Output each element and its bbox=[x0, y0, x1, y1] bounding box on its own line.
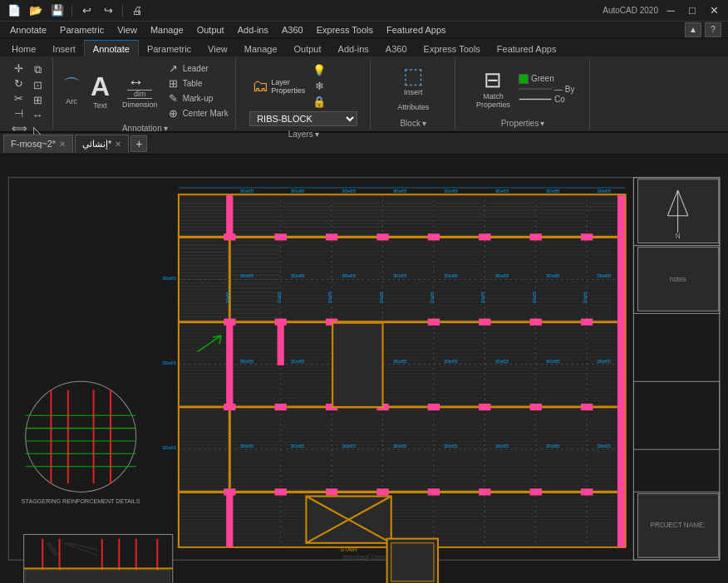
tab-view[interactable]: View bbox=[199, 40, 236, 56]
undo-button[interactable]: ↩ bbox=[77, 2, 96, 20]
text-btn[interactable]: A Text bbox=[86, 70, 115, 113]
annotation-extra: ↗Leader ⊞Table ✎Mark-up ⊕Center Mark bbox=[165, 61, 230, 120]
rotate-btn[interactable]: ↻ bbox=[10, 76, 27, 91]
tab-addins[interactable]: Add-ins bbox=[330, 40, 377, 56]
svg-rect-226 bbox=[387, 539, 438, 583]
menu-view[interactable]: View bbox=[111, 22, 144, 38]
block-label[interactable]: Block ▾ bbox=[400, 117, 425, 128]
svg-rect-163 bbox=[384, 323, 434, 407]
drawing-svg: N notes PROJECT NAME: bbox=[0, 154, 728, 583]
annotation-buttons: ⌒ Arc A Text ↔dim Dimension ↗Leader ⊞Tab… bbox=[60, 60, 230, 122]
array-btn[interactable]: ⊞ bbox=[29, 93, 46, 107]
tab-parametric[interactable]: Parametric bbox=[139, 40, 199, 56]
svg-rect-147 bbox=[435, 195, 485, 237]
svg-point-274 bbox=[26, 381, 136, 492]
save-button[interactable]: 💾 bbox=[48, 2, 66, 20]
svg-rect-170 bbox=[282, 408, 332, 492]
doc-tab-inshai-close[interactable]: ✕ bbox=[115, 140, 121, 149]
menu-manage[interactable]: Manage bbox=[144, 22, 190, 38]
tab-home[interactable]: Home bbox=[3, 40, 44, 56]
open-button[interactable]: 📂 bbox=[27, 2, 45, 20]
leader-btn[interactable]: ↗Leader bbox=[165, 61, 230, 76]
svg-rect-165 bbox=[485, 323, 535, 407]
arc-btn[interactable]: ⌒ Arc bbox=[60, 76, 83, 107]
close-button[interactable]: ✕ bbox=[705, 2, 723, 20]
menu-express-tools[interactable]: Express Tools bbox=[310, 22, 380, 38]
menu-parametric[interactable]: Parametric bbox=[53, 22, 111, 38]
centermark-btn[interactable]: ⊕Center Mark bbox=[165, 106, 230, 120]
annotation-label[interactable]: Annotation ▾ bbox=[122, 122, 168, 133]
svg-rect-178 bbox=[230, 492, 280, 546]
svg-text:30x65: 30x65 bbox=[546, 358, 560, 364]
svg-rect-169 bbox=[230, 408, 280, 492]
define-attr-btn[interactable]: Attributes bbox=[396, 102, 430, 112]
layer-properties-btn[interactable]: 🗂 LayerProperties bbox=[249, 75, 307, 97]
svg-rect-207 bbox=[479, 404, 490, 410]
trim-btn[interactable]: ✂ bbox=[10, 91, 27, 105]
new-button[interactable]: 📄 bbox=[5, 2, 23, 20]
table-btn[interactable]: ⊞Table bbox=[165, 76, 230, 91]
layers-label[interactable]: Layers ▾ bbox=[288, 128, 319, 139]
svg-text:30x65: 30x65 bbox=[546, 443, 560, 448]
print-button[interactable]: 🖨 bbox=[128, 2, 146, 20]
layer-dropdown[interactable]: RIBS-BLOCK bbox=[249, 111, 357, 126]
svg-rect-144 bbox=[282, 195, 332, 237]
svg-rect-152 bbox=[230, 238, 280, 321]
layer-lock-btn[interactable]: 🔒 bbox=[311, 95, 327, 109]
canvas-area[interactable]: N notes PROJECT NAME: bbox=[0, 154, 728, 583]
move-btn[interactable]: ✛ bbox=[10, 61, 27, 76]
properties-label[interactable]: Properties ▾ bbox=[501, 117, 545, 128]
tab-a360[interactable]: A360 bbox=[377, 40, 416, 56]
linetype-swatch[interactable] bbox=[519, 88, 552, 90]
svg-text:30x65: 30x65 bbox=[162, 444, 176, 450]
menu-annotate[interactable]: Annotate bbox=[3, 22, 53, 38]
color-swatch[interactable] bbox=[519, 74, 529, 84]
lineweight-swatch[interactable] bbox=[519, 98, 552, 100]
tab-annotate[interactable]: Annotate bbox=[84, 40, 139, 56]
ribbon-minimize-btn[interactable]: ▲ bbox=[685, 22, 701, 37]
svg-rect-173 bbox=[435, 408, 485, 492]
svg-text:30x65: 30x65 bbox=[291, 188, 305, 194]
layer-freeze-btn[interactable]: ❄ bbox=[311, 79, 327, 93]
tab-manage[interactable]: Manage bbox=[236, 40, 286, 56]
menu-a360[interactable]: A360 bbox=[275, 22, 310, 38]
svg-rect-177 bbox=[180, 492, 229, 546]
menu-featured-apps[interactable]: Featured Apps bbox=[380, 22, 453, 38]
redo-button[interactable]: ↪ bbox=[99, 2, 117, 20]
menu-output[interactable]: Output bbox=[190, 22, 231, 38]
maximize-button[interactable]: □ bbox=[683, 2, 701, 20]
menu-addins[interactable]: Add-ins bbox=[231, 22, 275, 38]
new-tab-button[interactable]: + bbox=[130, 135, 147, 152]
layer-off-btn[interactable]: 💡 bbox=[311, 63, 327, 77]
svg-rect-172 bbox=[384, 408, 434, 492]
extend-btn[interactable]: ⊣ bbox=[10, 106, 27, 120]
svg-text:30x65: 30x65 bbox=[342, 443, 356, 448]
svg-rect-190 bbox=[275, 233, 287, 240]
stretch-btn[interactable]: ↔ bbox=[29, 108, 46, 122]
doc-tab-fmosq-close[interactable]: ✕ bbox=[59, 140, 66, 149]
match-properties-btn[interactable]: ⊟ MatchProperties bbox=[471, 66, 515, 112]
tab-featured-apps[interactable]: Featured Apps bbox=[489, 40, 565, 56]
ribbon-content: ✛ ↻ ✂ ⊣ ⟺ ⌒ ⧉ ⊡ ⊞ ↔ ◺ ✗ Modify ▾ bbox=[0, 56, 728, 131]
svg-rect-206 bbox=[428, 404, 440, 410]
mark-up-btn[interactable]: ✎Mark-up bbox=[165, 91, 230, 105]
tab-express-tools[interactable]: Express Tools bbox=[416, 40, 489, 56]
scale-btn[interactable]: ⊡ bbox=[29, 78, 46, 92]
help-btn[interactable]: ? bbox=[705, 22, 721, 37]
insert-btn[interactable]: ⬚ Insert bbox=[398, 61, 429, 100]
svg-text:30x65: 30x65 bbox=[444, 358, 458, 364]
tab-insert[interactable]: Insert bbox=[44, 40, 84, 56]
dimension-btn[interactable]: ↔dim Dimension bbox=[117, 70, 163, 112]
doc-tab-inshai[interactable]: إنشائي* ✕ bbox=[75, 135, 129, 153]
ribbon: Home Insert Annotate Parametric View Man… bbox=[0, 38, 728, 133]
svg-text:30x65: 30x65 bbox=[494, 443, 509, 448]
svg-rect-154 bbox=[332, 238, 382, 321]
svg-text:30x65: 30x65 bbox=[597, 188, 611, 194]
doc-tab-fmosq[interactable]: F-mosq~2* ✕ bbox=[3, 135, 73, 153]
minimize-button[interactable]: ─ bbox=[662, 2, 680, 20]
mirror-btn[interactable]: ⟺ bbox=[10, 121, 27, 135]
svg-rect-194 bbox=[479, 233, 490, 240]
tab-output[interactable]: Output bbox=[286, 40, 330, 56]
copy-btn[interactable]: ⧉ bbox=[29, 62, 46, 77]
svg-rect-149 bbox=[537, 195, 587, 237]
